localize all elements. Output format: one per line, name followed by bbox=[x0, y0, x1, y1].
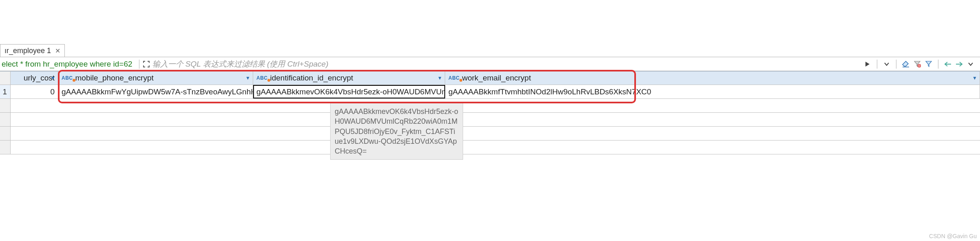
cell-cost[interactable]: 0 bbox=[11, 85, 58, 98]
empty-row bbox=[0, 127, 980, 141]
cell-phone[interactable]: gAAAAABkkmFwYgUipwDW5w7A-sTnzBveoAwyLGnh… bbox=[58, 85, 253, 98]
col-header-phone[interactable]: ABC mobile_phone_encrypt ▼ bbox=[58, 71, 253, 85]
empty-row bbox=[0, 113, 980, 127]
sort-icon[interactable]: ▼ bbox=[972, 75, 977, 81]
row-number: 1 bbox=[0, 85, 11, 98]
chevron-down-icon[interactable] bbox=[882, 60, 891, 69]
col-name: identification_id_encrypt bbox=[270, 74, 353, 83]
divider bbox=[877, 60, 877, 69]
col-label: ABC work_email_encrypt bbox=[448, 74, 531, 83]
sort-icon[interactable]: ▼ bbox=[245, 75, 250, 81]
table-header-row: urly_cost ▼ ABC mobile_phone_encrypt ▼ A… bbox=[0, 71, 980, 85]
arrow-left-icon[interactable] bbox=[943, 60, 952, 69]
tab-bar: ır_employee 1 ✕ bbox=[0, 44, 980, 57]
cell-tooltip: gAAAAABkkmevOK6k4VbsHdr5ezk-oH0WAUD6MVUm… bbox=[330, 103, 463, 160]
col-header-cost[interactable]: urly_cost ▼ bbox=[11, 71, 58, 85]
filter-clear-icon[interactable] bbox=[913, 60, 922, 69]
filter-icon[interactable] bbox=[924, 60, 933, 69]
toolbar-right bbox=[863, 60, 975, 69]
eraser-icon[interactable] bbox=[901, 60, 910, 69]
col-header-email[interactable]: ABC work_email_encrypt ▼ bbox=[445, 71, 980, 85]
sort-icon[interactable]: ▼ bbox=[437, 75, 442, 81]
result-tab[interactable]: ır_employee 1 ✕ bbox=[0, 44, 65, 57]
sort-icon[interactable]: ▼ bbox=[51, 75, 55, 81]
col-label: urly_cost bbox=[24, 74, 55, 83]
divider bbox=[139, 60, 139, 69]
col-label: ABC identification_id_encrypt bbox=[256, 74, 353, 83]
cell-ident[interactable]: gAAAAABkkmevOK6k4VbsHdr5ezk-oH0WAUD6MVUm… bbox=[253, 85, 445, 98]
sql-text: elect * from hr_employee where id=62 bbox=[2, 60, 132, 69]
results-table: urly_cost ▼ ABC mobile_phone_encrypt ▼ A… bbox=[0, 71, 980, 154]
query-bar: elect * from hr_employee where id=62 输入一… bbox=[0, 57, 980, 71]
table-row[interactable]: 1 0 gAAAAABkkmFwYgUipwDW5w7A-sTnzBveoAwy… bbox=[0, 85, 980, 99]
divider bbox=[896, 60, 896, 69]
cell-email[interactable]: gAAAAABkkmfTtvmhbtINOd2lHw9oLhRvLBDs6Xks… bbox=[445, 85, 980, 98]
filter-input[interactable]: 输入一个 SQL 表达式来过滤结果 (使用 Ctrl+Space) bbox=[151, 59, 863, 69]
rownum-header bbox=[0, 71, 11, 85]
close-icon[interactable]: ✕ bbox=[55, 47, 60, 55]
empty-row bbox=[0, 99, 980, 113]
col-name: work_email_encrypt bbox=[462, 74, 531, 83]
expand-icon[interactable] bbox=[142, 60, 151, 69]
col-name: mobile_phone_encrypt bbox=[75, 74, 154, 83]
arrow-right-icon[interactable] bbox=[955, 60, 964, 69]
empty-row bbox=[0, 141, 980, 154]
chevron-down-icon[interactable] bbox=[966, 60, 975, 69]
svg-point-0 bbox=[918, 64, 921, 67]
type-badge-icon: ABC bbox=[256, 75, 268, 81]
tab-title: ır_employee 1 bbox=[4, 47, 51, 55]
divider bbox=[938, 60, 938, 69]
type-badge-icon: ABC bbox=[448, 75, 460, 81]
watermark: CSDN @Gavin Gu bbox=[929, 233, 977, 239]
play-icon[interactable] bbox=[863, 60, 872, 69]
col-header-ident[interactable]: ABC identification_id_encrypt ▼ bbox=[253, 71, 445, 85]
col-label: ABC mobile_phone_encrypt bbox=[62, 74, 154, 83]
type-badge-icon: ABC bbox=[62, 75, 73, 81]
